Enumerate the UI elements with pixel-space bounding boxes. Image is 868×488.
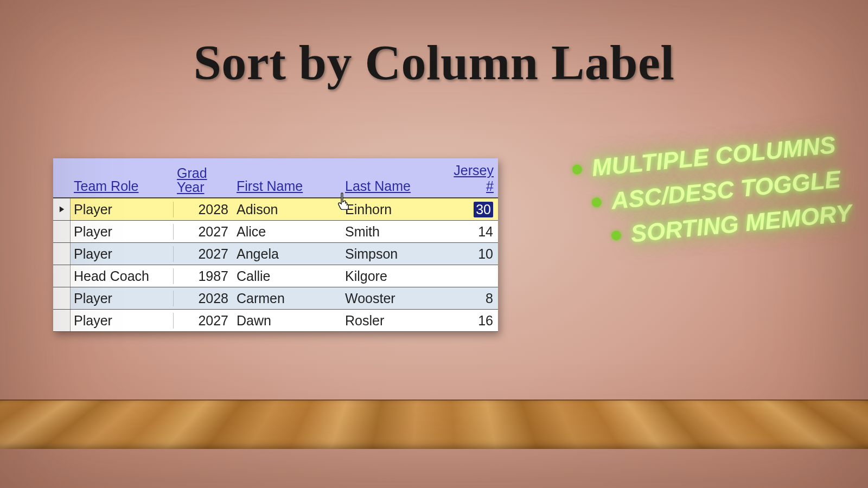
bullet-dot-icon: [572, 164, 583, 175]
cell[interactable]: Player: [71, 313, 174, 329]
cell-jersey[interactable]: 16: [439, 313, 498, 329]
cell[interactable]: 2027: [174, 246, 233, 262]
cell[interactable]: 1987: [174, 268, 233, 284]
bullet-dot-icon: [591, 197, 602, 208]
column-header-grad-year-line1: Grad: [177, 165, 207, 181]
cell[interactable]: Einhorn: [342, 202, 439, 217]
table-header-row: Team Role Grad Year First Name Last Name…: [53, 158, 498, 198]
feature-bullets: Multiple Columns ASC/DESC Toggle Sorting…: [538, 127, 851, 259]
table-row[interactable]: Player2027DawnRosler16: [53, 309, 498, 332]
cell[interactable]: Adison: [233, 202, 342, 217]
table-row[interactable]: Player2027AngelaSimpson10: [53, 242, 498, 265]
column-header-team-role[interactable]: Team Role: [71, 178, 174, 195]
bullet-dot-icon: [611, 230, 622, 241]
cell[interactable]: Wooster: [342, 291, 439, 306]
cell-jersey[interactable]: 8: [439, 291, 498, 306]
cell[interactable]: Player: [71, 291, 174, 306]
row-selector[interactable]: [53, 287, 71, 309]
data-grid: Team Role Grad Year First Name Last Name…: [53, 158, 498, 332]
cell[interactable]: Player: [71, 202, 174, 217]
cell[interactable]: Rosler: [342, 313, 439, 329]
row-selector[interactable]: [53, 243, 71, 265]
cell-jersey[interactable]: 10: [439, 246, 498, 262]
column-header-jersey[interactable]: Jersey #: [439, 163, 498, 195]
table-row[interactable]: Player2028CarmenWooster8: [53, 287, 498, 309]
table-row[interactable]: Player2027AliceSmith14: [53, 220, 498, 242]
cell[interactable]: Simpson: [342, 246, 439, 262]
cell[interactable]: Player: [71, 246, 174, 262]
cell[interactable]: 2028: [174, 291, 233, 306]
column-header-last-name[interactable]: Last Name: [342, 178, 439, 195]
cell[interactable]: Smith: [342, 224, 439, 240]
table-row[interactable]: Head Coach1987CallieKilgore: [53, 265, 498, 287]
cell[interactable]: Kilgore: [342, 268, 439, 284]
table-row[interactable]: Player2028AdisonEinhorn30: [53, 198, 498, 220]
cell[interactable]: 2027: [174, 313, 233, 329]
cell[interactable]: 2027: [174, 224, 233, 240]
row-selector[interactable]: [53, 198, 71, 220]
column-header-grad-year-line2: Year: [177, 179, 205, 195]
cell-jersey[interactable]: 30: [439, 202, 498, 217]
cell[interactable]: Callie: [233, 268, 342, 284]
row-selector[interactable]: [53, 221, 71, 242]
slide: Sort by Column Label Team Role Grad Year…: [0, 0, 868, 488]
column-header-grad-year[interactable]: Grad Year: [174, 166, 233, 196]
cell[interactable]: Carmen: [233, 291, 342, 306]
cell[interactable]: Angela: [233, 246, 342, 262]
slide-title: Sort by Column Label: [0, 34, 868, 91]
cell[interactable]: Player: [71, 224, 174, 240]
row-selector[interactable]: [53, 310, 71, 331]
cell[interactable]: Alice: [233, 224, 342, 240]
cell[interactable]: 2028: [174, 202, 233, 217]
cell[interactable]: Head Coach: [71, 268, 174, 284]
column-header-first-name[interactable]: First Name: [233, 178, 342, 195]
cell-jersey[interactable]: 14: [439, 224, 498, 240]
floor-decoration: [0, 400, 868, 449]
table-body: Player2028AdisonEinhorn30Player2027Alice…: [53, 198, 498, 332]
row-selector[interactable]: [53, 265, 71, 287]
cell[interactable]: Dawn: [233, 313, 342, 329]
